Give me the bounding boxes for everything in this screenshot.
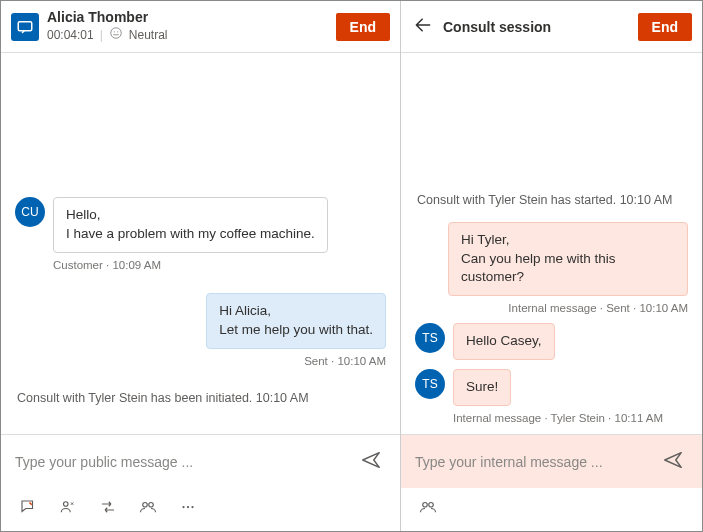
svg-point-3 [117,31,118,32]
consult-pane: Consult session End Consult with Tyler S… [401,1,702,531]
agent-message-bubble: Hi Alicia, Let me help you with that. [206,293,386,349]
customer-pane: Alicia Thomber 00:04:01 | Neutral End CU… [1,1,401,531]
customer-message-bubble: Hello, I have a problem with my coffee m… [53,197,328,253]
consult-title: Consult session [443,19,551,35]
consult-initiated-line: Consult with Tyler Stein has been initia… [17,391,384,405]
participants-icon[interactable] [137,496,159,521]
back-button[interactable] [411,13,435,40]
internal-in-bubble-2: Sure! [453,369,511,406]
more-actions-icon[interactable] [177,496,199,521]
consult-icon[interactable] [57,496,79,521]
internal-out-meta: Internal message · Sent · 10:10 AM [415,302,688,314]
app-root: Alicia Thomber 00:04:01 | Neutral End CU… [0,0,703,532]
customer-message-row: CU Hello, I have a problem with my coffe… [15,197,386,253]
internal-composer [401,434,702,488]
action-toolbar [1,488,400,531]
internal-in-row-1: TS Hello Casey, [415,323,688,360]
consult-messages: Consult with Tyler Stein has started. 10… [401,53,702,434]
svg-point-10 [423,503,428,508]
send-public-button[interactable] [356,445,386,478]
quick-reply-icon[interactable] [17,496,39,521]
customer-message-meta: Customer · 10:09 AM [53,259,386,271]
agent-message-row: Hi Alicia, Let me help you with that. [15,293,386,349]
chat-session-icon [11,13,39,41]
internal-in-bubble-1: Hello Casey, [453,323,555,360]
svg-point-2 [114,31,115,32]
internal-in-row-2: TS Sure! [415,369,688,406]
header-info: Alicia Thomber 00:04:01 | Neutral [47,9,168,43]
consult-toolbar [401,488,702,531]
svg-point-9 [191,506,193,508]
header-subline: 00:04:01 | Neutral [47,26,168,43]
agent-message-meta: Sent · 10:10 AM [15,355,386,367]
sentiment-label: Neutral [129,28,168,42]
public-message-input[interactable] [15,454,356,470]
svg-point-11 [429,503,434,508]
customer-header: Alicia Thomber 00:04:01 | Neutral End [1,1,400,53]
internal-in-meta: Internal message · Tyler Stein · 10:11 A… [453,412,688,424]
svg-point-6 [149,503,154,508]
internal-out-bubble: Hi Tyler, Can you help me with this cust… [448,222,688,297]
customer-name: Alicia Thomber [47,9,168,26]
send-internal-button[interactable] [658,445,688,478]
public-composer [1,434,400,488]
svg-point-1 [111,28,122,39]
consultant-avatar: TS [415,323,445,353]
sentiment-icon [109,26,123,43]
customer-avatar: CU [15,197,45,227]
consultant-avatar: TS [415,369,445,399]
customer-messages: CU Hello, I have a problem with my coffe… [1,53,400,434]
internal-message-input[interactable] [415,454,658,470]
consult-header: Consult session End [401,1,702,53]
consult-started-line: Consult with Tyler Stein has started. 10… [417,193,686,207]
spacer [415,63,688,183]
end-customer-session-button[interactable]: End [336,13,390,41]
transfer-icon[interactable] [97,496,119,521]
session-timer: 00:04:01 [47,28,94,42]
svg-point-8 [187,506,189,508]
internal-out-row: Hi Tyler, Can you help me with this cust… [415,222,688,297]
svg-rect-0 [18,21,32,30]
separator: | [100,28,103,42]
svg-point-4 [64,502,69,507]
svg-point-7 [182,506,184,508]
svg-point-5 [143,503,148,508]
consult-participants-icon[interactable] [417,496,439,521]
end-consult-button[interactable]: End [638,13,692,41]
spacer [15,63,386,193]
